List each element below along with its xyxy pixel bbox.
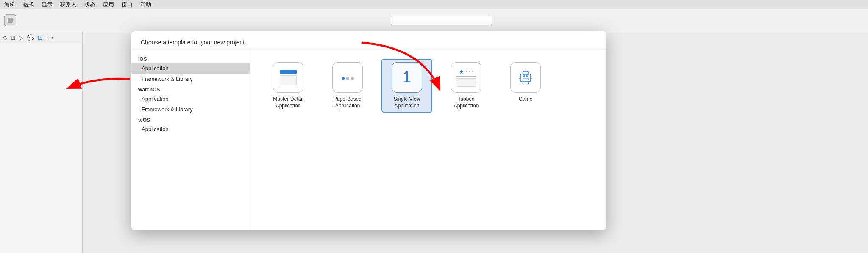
sidebar-item-watch-application[interactable]: Application bbox=[131, 94, 250, 104]
modal-title: Choose a template for your new project: bbox=[141, 39, 246, 46]
menu-edit[interactable]: 编辑 bbox=[4, 1, 15, 8]
menu-help[interactable]: 帮助 bbox=[140, 1, 151, 8]
template-chooser-modal: Choose a template for your new project: … bbox=[131, 31, 606, 230]
sidebar-item-watch-library[interactable]: Framework & Library bbox=[131, 104, 250, 115]
menu-window[interactable]: 窗口 bbox=[122, 1, 133, 8]
page-based-icon bbox=[332, 62, 363, 93]
tabbed-icon: ★ bbox=[451, 62, 481, 93]
modal-body: iOS Application Framework & Library watc… bbox=[131, 50, 606, 230]
tabbed-label: TabbedApplication bbox=[454, 96, 479, 109]
nav-list-icon[interactable]: ⊞ bbox=[11, 34, 16, 41]
nav-triangle-icon[interactable]: ▷ bbox=[19, 34, 24, 41]
template-card-master-detail[interactable]: Master-Detail Application bbox=[263, 59, 314, 113]
sidebar-item-ios-application[interactable]: Application bbox=[131, 63, 250, 74]
svg-rect-0 bbox=[8, 18, 13, 23]
menubar: 编辑 格式 显示 联系人 状态 应用 窗口 帮助 bbox=[0, 0, 868, 9]
svg-rect-6 bbox=[523, 78, 528, 80]
template-card-single-view[interactable]: 1 Single ViewApplication bbox=[381, 59, 432, 113]
category-watchos: watchOS bbox=[131, 84, 250, 94]
category-ios: iOS bbox=[131, 54, 250, 63]
sidebar-item-tv-application[interactable]: Application bbox=[131, 124, 250, 135]
svg-line-10 bbox=[528, 82, 529, 84]
template-card-tabbed[interactable]: ★ TabbedApplication bbox=[441, 59, 492, 113]
template-sidebar: iOS Application Framework & Library watc… bbox=[131, 50, 250, 230]
nav-bubble-icon[interactable]: 💬 bbox=[27, 34, 34, 41]
game-label: Game bbox=[519, 96, 533, 103]
svg-rect-2 bbox=[523, 72, 528, 75]
toolbar bbox=[0, 9, 868, 31]
single-view-icon: 1 bbox=[392, 62, 422, 93]
search-input[interactable] bbox=[391, 16, 492, 25]
page-based-label: Page-BasedApplication bbox=[334, 96, 362, 109]
nav-grid-icon[interactable]: ⊞ bbox=[38, 34, 43, 41]
svg-line-9 bbox=[523, 82, 523, 84]
left-sidebar: ◇ ⊞ ▷ 💬 ⊞ ‹ › bbox=[0, 31, 83, 253]
game-icon bbox=[510, 62, 541, 93]
svg-point-4 bbox=[523, 75, 525, 77]
category-tvos: tvOS bbox=[131, 115, 250, 124]
svg-point-5 bbox=[526, 75, 528, 77]
menu-format[interactable]: 格式 bbox=[23, 1, 34, 8]
modal-header: Choose a template for your new project: bbox=[131, 31, 606, 50]
template-card-page-based[interactable]: Page-BasedApplication bbox=[322, 59, 373, 113]
template-grid: Master-Detail Application Page-Ba bbox=[250, 50, 606, 230]
master-detail-label: Master-Detail Application bbox=[266, 96, 310, 109]
single-view-label: Single ViewApplication bbox=[394, 96, 420, 109]
nav-forward-icon[interactable]: › bbox=[52, 34, 54, 41]
sidebar-item-ios-library[interactable]: Framework & Library bbox=[131, 74, 250, 84]
menu-contacts[interactable]: 联系人 bbox=[60, 1, 77, 8]
sidebar-item-tv-library[interactable] bbox=[131, 135, 250, 139]
template-card-game[interactable]: Game bbox=[500, 59, 551, 113]
master-detail-icon bbox=[273, 62, 303, 93]
menu-display[interactable]: 显示 bbox=[42, 1, 53, 8]
nav-back-icon[interactable]: ‹ bbox=[46, 34, 48, 41]
menu-apply[interactable]: 应用 bbox=[103, 1, 114, 8]
stop-button[interactable] bbox=[4, 14, 16, 26]
nav-icons-bar: ◇ ⊞ ▷ 💬 ⊞ ‹ › bbox=[0, 31, 82, 44]
menu-status[interactable]: 状态 bbox=[84, 1, 95, 8]
nav-folder-icon[interactable]: ◇ bbox=[3, 34, 7, 41]
main-area: ◇ ⊞ ▷ 💬 ⊞ ‹ › Choose a template for your… bbox=[0, 31, 868, 253]
